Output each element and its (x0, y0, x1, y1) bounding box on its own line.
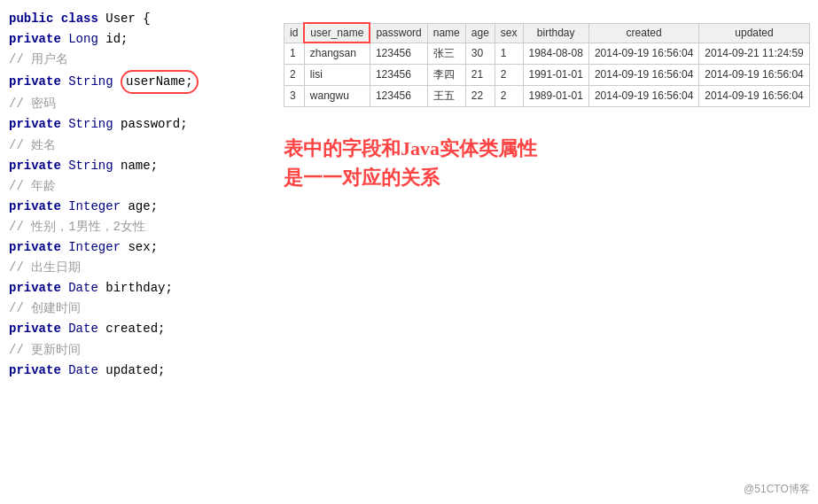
username-field-highlighted: userName; (121, 70, 199, 94)
type-string-2: String (68, 117, 113, 131)
col-name: name (427, 23, 465, 43)
cell-age: 22 (465, 85, 495, 106)
keyword-private-8: private (9, 322, 61, 336)
col-birthday: birthday (523, 23, 588, 43)
keyword-private-1: private (9, 32, 61, 46)
cell-created: 2014-09-19 16:56:04 (588, 85, 698, 106)
right-panel: id user_name password name age sex birth… (275, 9, 818, 504)
code-panel: public class User { private Long id; // … (0, 9, 275, 504)
field-created-line: private Date created; (9, 319, 266, 339)
cell-updated: 2014-09-21 11:24:59 (699, 43, 809, 64)
annotation-text: 表中的字段和Java实体类属性是一一对应的关系 (284, 134, 810, 192)
cell-name: 张三 (427, 43, 465, 64)
col-id: id (284, 23, 305, 43)
cell-sex: 2 (495, 85, 523, 106)
keyword-private-2: private (9, 74, 61, 89)
cell-id: 2 (284, 64, 305, 85)
col-age: age (465, 23, 495, 43)
db-table: id user_name password name age sex birth… (284, 22, 810, 107)
col-created: created (588, 23, 698, 43)
cell-password: 123456 (370, 43, 427, 64)
cell-name: 李四 (427, 64, 465, 85)
field-sex-line: private Integer sex; (9, 237, 266, 258)
field-sex-name: sex; (128, 240, 158, 254)
cell-updated: 2014-09-19 16:56:04 (699, 85, 809, 106)
table-row: 3wangwu123456王五2221989-01-012014-09-19 1… (284, 85, 810, 106)
field-password-line: private String password; (9, 114, 266, 135)
type-integer-1: Integer (68, 199, 121, 213)
cell-id: 1 (284, 43, 305, 64)
cell-id: 3 (284, 85, 305, 106)
cell-created: 2014-09-19 16:56:04 (588, 64, 698, 85)
keyword-private-3: private (9, 117, 61, 131)
col-updated: updated (699, 23, 809, 43)
cell-age: 30 (465, 43, 495, 64)
keyword-private-5: private (9, 199, 61, 213)
field-id-line: private Long id; (9, 29, 266, 50)
class-name: User { (105, 12, 150, 26)
comment-age: // 年龄 (9, 176, 266, 197)
field-id-name: id; (105, 32, 128, 46)
field-updated-line: private Date updated; (9, 361, 266, 381)
table-row: 1zhangsan123456张三3011984-08-082014-09-19… (284, 43, 810, 64)
cell-sex: 1 (495, 43, 523, 64)
field-age-name: age; (128, 199, 158, 213)
cell-user_name: lisi (304, 64, 370, 85)
type-date-1: Date (68, 281, 98, 295)
cell-user_name: wangwu (304, 85, 370, 106)
cell-user_name: zhangsan (304, 43, 370, 64)
field-birthday-line: private Date birthday; (9, 278, 266, 299)
col-password: password (370, 23, 427, 43)
class-decl-line: public class User { (9, 9, 266, 29)
cell-created: 2014-09-19 16:56:04 (588, 43, 698, 64)
comment-created: // 创建时间 (9, 299, 266, 319)
type-date-3: Date (68, 363, 98, 377)
type-string-1: String (68, 74, 113, 89)
field-name-name: name; (121, 159, 158, 173)
cell-password: 123456 (370, 85, 427, 106)
field-password-name: password; (121, 117, 188, 131)
keyword-private-6: private (9, 240, 61, 254)
cell-age: 21 (465, 64, 495, 85)
keyword-private-4: private (9, 159, 61, 173)
type-date-2: Date (68, 322, 98, 336)
keyword-private-9: private (9, 363, 61, 377)
comment-name: // 姓名 (9, 136, 266, 156)
watermark: @51CTO博客 (744, 482, 810, 497)
keyword-public: public (9, 12, 53, 26)
comment-sex: // 性别，1男性，2女性 (9, 217, 266, 237)
field-name-line: private String name; (9, 156, 266, 176)
field-created-name: created; (105, 322, 165, 336)
cell-name: 王五 (427, 85, 465, 106)
table-row: 2lisi123456李四2121991-01-012014-09-19 16:… (284, 64, 810, 85)
type-string-3: String (68, 159, 113, 173)
comment-password: // 密码 (9, 94, 266, 114)
keyword-class: class (61, 12, 98, 26)
col-user-name: user_name (304, 23, 370, 43)
field-username-line: private String userName; (9, 70, 266, 94)
cell-birthday: 1991-01-01 (523, 64, 588, 85)
cell-password: 123456 (370, 64, 427, 85)
field-birthday-name: birthday; (105, 281, 173, 295)
field-age-line: private Integer age; (9, 197, 266, 217)
cell-birthday: 1984-08-08 (523, 43, 588, 64)
type-integer-2: Integer (68, 240, 121, 254)
type-long: Long (68, 32, 98, 46)
comment-username: // 用户名 (9, 50, 266, 70)
field-updated-name: updated; (105, 363, 165, 377)
comment-updated: // 更新时间 (9, 340, 266, 361)
cell-sex: 2 (495, 64, 523, 85)
main-container: public class User { private Long id; // … (0, 0, 818, 504)
cell-birthday: 1989-01-01 (523, 85, 588, 106)
keyword-private-7: private (9, 281, 61, 295)
cell-updated: 2014-09-19 16:56:04 (699, 64, 809, 85)
col-sex: sex (495, 23, 523, 43)
comment-birthday: // 出生日期 (9, 258, 266, 278)
table-header-row: id user_name password name age sex birth… (284, 23, 810, 43)
